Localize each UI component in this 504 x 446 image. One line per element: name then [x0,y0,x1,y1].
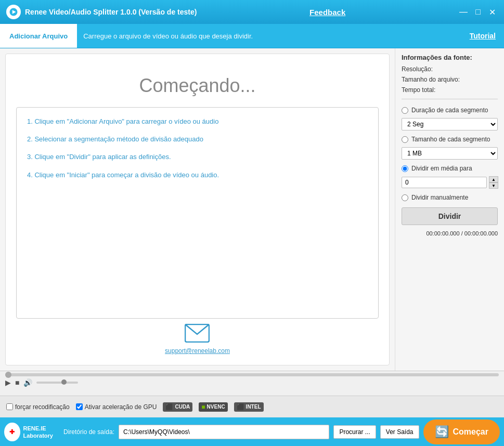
instruction-4: 4. Clique em "Iniciar" para começar a di… [27,170,368,180]
renee-logo: ✚ RENE.IE Laboratory [0,417,57,446]
output-label: Diretório de saída: [63,428,114,436]
instruction-3: 3. Clique em "Dividir" para aplicar as d… [27,152,368,162]
output-bar: ✚ RENE.IE Laboratory Diretório de saída:… [0,417,504,446]
segment-size-row: Tamanho de cada segmento [402,136,498,143]
window-controls: — □ ✕ [458,7,498,17]
instructions-box: 1. Clique em "Adicionar Arquivo" para ca… [16,107,379,319]
volume-thumb [61,379,67,385]
spin-down-button[interactable]: ▼ [489,182,498,189]
split-manual-row: Dividir manualmente [402,194,498,201]
titlebar-left: Renee Video/Audio Splitter 1.0.0 (Versão… [6,5,197,19]
intel-badge: ⬛ INTEL [234,402,264,412]
resolution-label: Resolução: [402,65,498,73]
time-display: 00:00:00.000 / 00:00:00.000 [402,230,498,237]
left-panel: Começando... 1. Clique em "Adicionar Arq… [0,48,395,371]
split-avg-spin-row: ▲ ▼ [402,176,498,189]
force-recode-label: forçar recodificação [6,403,70,411]
envelope-icon [185,324,210,347]
volume-icon: 🔊 [23,378,32,387]
stop-button[interactable]: ■ [15,378,19,387]
add-file-button[interactable]: Adicionar Arquivo [0,24,77,48]
bottom-section: ✚ RENE.IE Laboratory Diretório de saída:… [0,417,504,446]
segment-duration-dropdown-row: 2 Seg [402,118,498,130]
toolbar: Adicionar Arquivo Carregue o arquivo de … [0,24,504,48]
gpu-accel-text: Ativar aceleração de GPU [85,403,157,411]
view-output-button[interactable]: Ver Saída [380,425,419,439]
segment-size-select[interactable]: 1 MB [402,147,498,160]
divider [402,99,498,99]
file-size-label: Tamanho do arquivo: [402,76,498,83]
split-avg-input[interactable] [402,177,487,188]
seekbar-thumb [5,372,11,378]
segment-size-label: Tamanho de cada segmento [411,136,490,143]
volume-slider[interactable] [36,382,78,384]
split-avg-radio[interactable] [402,165,408,172]
segment-size-radio[interactable] [402,136,408,143]
seekbar[interactable] [5,373,499,376]
split-avg-label: Dividir em média para [411,165,472,172]
source-info-label: Informações da fonte: [402,54,498,61]
segment-duration-select[interactable]: 2 Seg [402,118,498,130]
minimize-button[interactable]: — [458,7,469,17]
app-title: Renee Video/Audio Splitter 1.0.0 (Versão… [25,8,197,16]
start-button[interactable]: 🔄 Começar [423,419,500,444]
start-icon: 🔄 [435,425,449,439]
split-manual-label: Dividir manualmente [411,194,468,201]
titlebar: Renee Video/Audio Splitter 1.0.0 (Versão… [0,0,504,24]
right-panel: Informações da fonte: Resolução: Tamanho… [395,48,504,371]
browse-button[interactable]: Procurar ... [333,425,376,439]
renee-logo-text: RENE.IE Laboratory [23,425,53,440]
segment-size-dropdown-row: 1 MB [402,147,498,160]
divide-button[interactable]: Dividir [402,207,498,225]
nvenc-icon: ■ [201,403,205,411]
segment-duration-row: Duração de cada segmento [402,107,498,114]
feedback-link[interactable]: Feedback [309,8,345,17]
close-button[interactable]: ✕ [487,7,498,17]
force-recode-checkbox[interactable] [6,403,13,410]
player-controls: ▶ ■ 🔊 [5,378,499,387]
renee-logo-icon: ✚ [4,423,20,441]
play-button[interactable]: ▶ [5,378,11,387]
force-recode-text: forçar recodificação [15,403,70,411]
gpu-accel-label: Ativar aceleração de GPU [76,403,157,411]
spin-up-button[interactable]: ▲ [489,176,498,182]
main-area: Começando... 1. Clique em "Adicionar Arq… [0,48,504,371]
starting-title: Começando... [139,75,255,97]
intel-icon: ⬛ [237,403,244,411]
tutorial-link[interactable]: Tutorial [470,32,504,40]
split-avg-row: Dividir em média para [402,165,498,172]
instruction-1: 1. Clique em "Adicionar Arquivo" para ca… [27,117,368,126]
total-time-label: Tempo total: [402,86,498,94]
cuda-badge: ⬛ CUDA [163,402,192,412]
app-icon [6,5,21,19]
segment-duration-radio[interactable] [402,107,408,114]
support-area: support@reneelab.com [165,324,230,355]
nvenc-badge: ■ NVENC [199,402,227,412]
toolbar-hint: Carregue o arquivo de vídeo ou áudio que… [77,32,259,40]
player-area: ▶ ■ 🔊 [0,371,504,396]
nvidia-icon: ⬛ [165,403,173,411]
segment-duration-label: Duração de cada segmento [411,107,488,114]
instruction-2: 2. Selecionar a segmentação método de di… [27,135,368,144]
spin-controls: ▲ ▼ [489,176,498,189]
content-box: Começando... 1. Clique em "Adicionar Arq… [5,54,390,365]
output-path-input[interactable] [119,425,329,439]
split-manual-radio[interactable] [402,194,408,201]
maximize-button[interactable]: □ [473,7,483,17]
options-bar: forçar recodificação Ativar aceleração d… [0,396,504,417]
gpu-accel-checkbox[interactable] [76,403,83,410]
support-link[interactable]: support@reneelab.com [165,347,230,355]
